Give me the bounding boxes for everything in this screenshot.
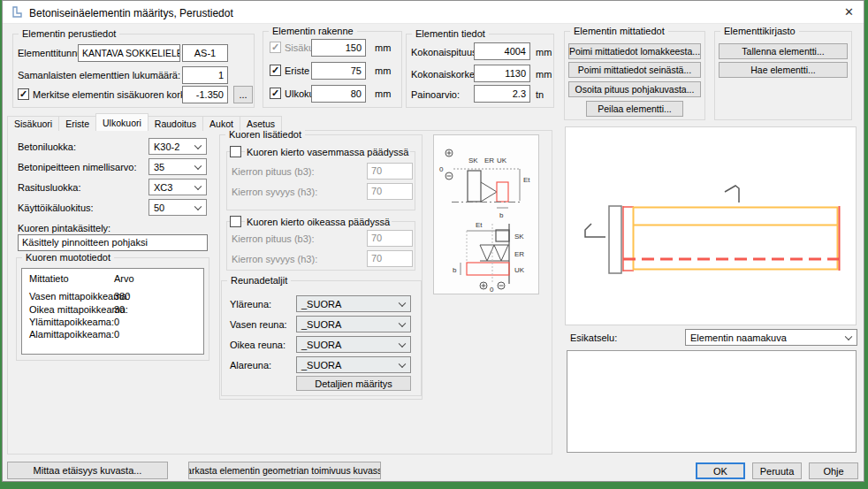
tab-asetus[interactable]: Asetus (240, 116, 282, 131)
tab-sisakuori[interactable]: Sisäkuori (7, 116, 59, 131)
kierto-vasen-checkbox[interactable] (230, 146, 241, 157)
ok-button[interactable]: OK (696, 462, 745, 479)
group-title: Elementin mittatiedot (570, 26, 668, 37)
chevron-down-icon (399, 299, 406, 306)
combo-value: _SUORA (301, 360, 341, 371)
ylareuna-select[interactable]: _SUORA (296, 295, 411, 312)
svg-text:b: b (453, 266, 457, 274)
svg-text:SK: SK (468, 157, 478, 164)
painoarvio-unit: tn (536, 89, 544, 101)
ulkokuori-thickness-input[interactable]: 80 (311, 85, 366, 103)
betoniluokka-select[interactable]: K30-2 (148, 138, 207, 155)
tab-strip: Sisäkuori Eriste Ulkokuori Raudoitus Auk… (7, 113, 281, 131)
group-title: Elementin perustiedot (19, 28, 119, 40)
svg-text:Et: Et (523, 176, 530, 184)
poimi-lomakkeesta-button[interactable]: Poimi mittatiedot lomakkeesta... (568, 43, 701, 59)
svg-text:UK: UK (514, 266, 525, 274)
esikatselu-select[interactable]: Elementin naamakuva (685, 329, 857, 346)
combo-value: 50 (154, 202, 164, 213)
chevron-down-icon (194, 162, 202, 169)
mittaa-etaisyys-button[interactable]: Mittaa etäisyys kuvasta... (7, 462, 168, 479)
tab-aukot[interactable]: Aukot (202, 116, 240, 131)
combo-value: XC3 (154, 182, 172, 193)
kierto-vasen-label: Kuoren kierto vasemmassa päädyssä (245, 147, 410, 158)
kokonaispituus-input[interactable]: 4004 (474, 42, 530, 60)
eriste-thickness-input[interactable]: 75 (311, 62, 366, 80)
hae-elementti-button[interactable]: Hae elementti... (719, 62, 848, 78)
check-icon: ✓ (270, 42, 280, 52)
chevron-down-icon (194, 182, 202, 189)
title-bar[interactable]: Betoniseinäelementin määritys, Perustied… (3, 1, 864, 24)
tallenna-elementti-button[interactable]: Tallenna elementti... (719, 43, 848, 59)
list-row-value[interactable]: 380 (114, 291, 130, 302)
poimi-seinasta-button[interactable]: Poimi mittatiedot seinästä... (568, 62, 701, 78)
painoarvio-label: Painoarvio: (411, 89, 460, 101)
element-drawing-svg (566, 127, 856, 325)
list-row-label[interactable]: Alamittapoikkeama: (29, 329, 114, 340)
alareuna-select[interactable]: _SUORA (296, 356, 411, 373)
kokonaispituus-unit: mm (536, 47, 552, 58)
oikea-reuna-select[interactable]: _SUORA (296, 336, 411, 353)
view-direction-icon (725, 186, 739, 202)
chevron-down-icon (194, 202, 202, 210)
section-diagram-svg: 0 SK ER UK Et b Et b (434, 135, 538, 294)
list-row-label[interactable]: Ylämittapoikkeama: (29, 317, 114, 327)
korko-browse-button[interactable]: ... (233, 86, 253, 103)
lukumaara-input[interactable]: 1 (182, 66, 228, 84)
preview-pane (567, 350, 857, 453)
peilaa-elementti-button[interactable]: Peilaa elementti... (586, 101, 683, 117)
list-row-value[interactable]: 30 (114, 304, 125, 315)
painoarvio-input[interactable]: 2.3 (474, 85, 530, 103)
tarkasta-geometria-button[interactable]: Tarkasta elementin geometrian toimivuus … (188, 462, 381, 479)
group-title: Elementtikirjasto (720, 26, 799, 37)
pintakasittely-input[interactable]: Käsittely pinnoitteen pohjaksi (18, 234, 208, 251)
svg-text:SK: SK (514, 233, 524, 241)
combo-value: K30-2 (154, 141, 179, 152)
kierto-oikea-checkbox[interactable] (230, 216, 241, 227)
kierron-pituus-input[interactable]: 70 (367, 163, 413, 180)
muototiedot-list[interactable]: Mittatieto Arvo Vasen mittapoikkeama: 38… (21, 268, 204, 355)
group-title: Elementin rakenne (269, 26, 357, 37)
korko-checkbox[interactable]: ✓ (18, 88, 29, 100)
tab-eriste[interactable]: Eriste (58, 116, 96, 131)
sisakuori-thickness-input[interactable]: 150 (311, 39, 366, 57)
elementtitunnus-code-input[interactable]: AS-1 (182, 44, 228, 62)
kierron-pituus-input[interactable]: 70 (367, 230, 413, 247)
cancel-button[interactable]: Peruuta (752, 462, 802, 479)
pintakasittely-label: Kuoren pintakäsittely: (18, 223, 110, 234)
tab-raudoitus[interactable]: Raudoitus (148, 116, 203, 131)
kayttoika-select[interactable]: 50 (148, 199, 207, 216)
rasitusluokka-select[interactable]: XC3 (148, 179, 207, 195)
korko-label: Merkitse elementin sisäkuoren korko: (33, 89, 194, 101)
alareuna-label: Alareuna: (230, 360, 271, 371)
vasen-reuna-label: Vasen reuna: (230, 319, 287, 331)
korko-input[interactable]: -1.350 (182, 86, 228, 103)
kierron-syvyys-input[interactable]: 70 (367, 183, 413, 200)
close-icon[interactable]: ✕ (834, 1, 864, 23)
combo-value: _SUORA (301, 340, 341, 350)
chevron-down-icon (399, 319, 406, 326)
ulkokuori-checkbox[interactable]: ✓ (270, 88, 281, 99)
tab-ulkokuori[interactable]: Ulkokuori (95, 113, 148, 131)
svg-text:0: 0 (490, 286, 494, 294)
elementtitunnus-input[interactable]: KANTAVA SOKKELIELEMENT (78, 44, 180, 62)
kierron-syvyys-input[interactable]: 70 (367, 250, 413, 267)
kokonaiskorkeus-input[interactable]: 1130 (474, 65, 530, 82)
sisakuori-checkbox[interactable]: ✓ (270, 42, 281, 53)
list-row-value[interactable]: 0 (114, 329, 119, 340)
betonipeite-select[interactable]: 35 (148, 158, 207, 175)
vasen-reuna-select[interactable]: _SUORA (296, 316, 411, 332)
section-diagram: 0 SK ER UK Et b Et b (433, 134, 539, 294)
eriste-checkbox[interactable]: ✓ (270, 65, 281, 76)
element-drawing-canvas[interactable] (565, 126, 857, 325)
list-row-value[interactable]: 0 (114, 317, 119, 327)
ylareuna-label: Yläreuna: (230, 299, 271, 310)
group-title: Kuoren muototiedot (22, 252, 114, 264)
detaljien-maaritys-button[interactable]: Detaljien määritys (296, 376, 411, 391)
chevron-down-icon (399, 340, 406, 347)
osoita-pituus-button[interactable]: Osoita pituus pohjakuvasta... (568, 81, 701, 97)
window-title: Betoniseinäelementin määritys, Perustied… (29, 7, 233, 19)
help-button[interactable]: Ohje (809, 462, 858, 479)
view-direction-icon (585, 224, 605, 237)
oikea-reuna-label: Oikea reuna: (230, 340, 286, 351)
